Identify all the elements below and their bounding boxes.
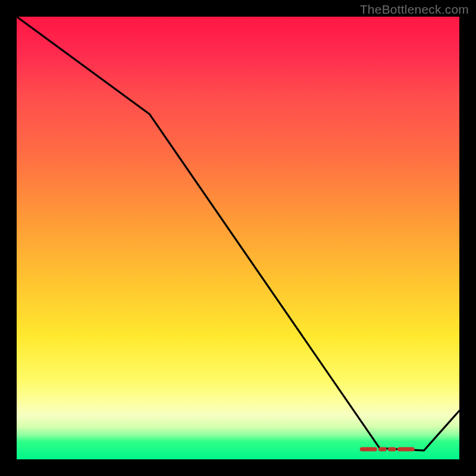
watermark-text: TheBottleneck.com xyxy=(360,2,469,17)
chart-lines-layer xyxy=(17,17,459,459)
chart-plot-area xyxy=(17,17,459,459)
bottleneck-curve-line xyxy=(17,17,459,450)
